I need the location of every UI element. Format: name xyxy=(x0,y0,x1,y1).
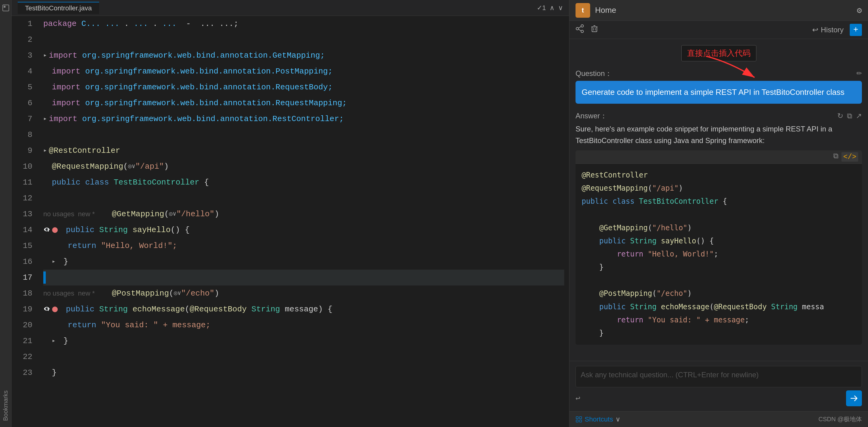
line-2: 2 xyxy=(11,32,32,48)
code-container: 1 2 3 4 5 6 7 8 9 10 11 12 13 14 15 16 1… xyxy=(11,16,569,427)
svg-rect-1 xyxy=(4,6,5,8)
up-icon[interactable]: ∧ xyxy=(550,4,555,12)
settings-icon[interactable]: ⚙ xyxy=(857,5,862,16)
line-20: 20 xyxy=(11,317,32,333)
undo-icon[interactable]: ↩ xyxy=(576,393,580,403)
refresh-icon[interactable]: ↻ xyxy=(837,112,843,120)
line-16: 16 xyxy=(11,254,32,270)
code-line-10: @RequestMapping(◎∨"/api") xyxy=(43,159,564,175)
code-line-14: 👁‍🗨 ⬤ public String sayHello() { xyxy=(43,222,564,238)
svg-line-5 xyxy=(579,27,581,28)
code-lines: package C... ... . ... . ... - ... ...; … xyxy=(38,16,569,427)
svg-point-2 xyxy=(581,25,584,27)
input-placeholder: Ask any technical question... (CTRL+Ente… xyxy=(581,371,759,379)
copy-code-icon[interactable]: ⧉ xyxy=(833,152,838,162)
line-15: 15 xyxy=(11,238,32,254)
send-button[interactable] xyxy=(846,390,862,406)
svg-rect-13 xyxy=(576,417,578,419)
csdn-label: CSDN @极地体 xyxy=(818,415,862,423)
line-7: 7 xyxy=(11,111,32,127)
question-input[interactable]: Ask any technical question... (CTRL+Ente… xyxy=(576,366,862,387)
code-line-6: import org.springframework.web.bind.anno… xyxy=(43,95,564,111)
input-toolbar: ↩ xyxy=(576,390,862,406)
copy-answer-icon[interactable]: ⧉ xyxy=(847,112,852,120)
history-label: History xyxy=(821,26,844,34)
svg-rect-16 xyxy=(580,420,582,422)
line-12: 12 xyxy=(11,190,32,206)
code-block-line-11: public String echoMessage(@RequestBody S… xyxy=(582,300,856,313)
trash-icon[interactable] xyxy=(590,24,599,35)
line-9: 9 xyxy=(11,143,32,159)
line-6: 6 xyxy=(11,95,32,111)
line-17: 17 xyxy=(11,270,32,285)
code-block-line-12: return "You said: " + message; xyxy=(582,313,856,327)
line-13: 13 xyxy=(11,206,32,222)
code-line-13: no usages new * @GetMapping(◎∨"/hello") xyxy=(43,206,564,222)
line-4: 4 xyxy=(11,63,32,79)
new-conversation-button[interactable]: + xyxy=(850,24,862,36)
panel-header: t Home ⚙ xyxy=(569,0,868,21)
answer-text: Sure, here's an example code snippet for… xyxy=(576,123,862,147)
code-line-1: package C... ... . ... . ... - ... ...; xyxy=(43,16,564,32)
code-line-15: return "Hello, World!"; xyxy=(43,238,564,254)
line-14: 14 xyxy=(11,222,32,238)
shortcuts-bar: Shortcuts ∨ CSDN @极地体 xyxy=(569,411,868,427)
svg-line-6 xyxy=(579,29,581,31)
shortcuts-chevron: ∨ xyxy=(616,416,620,423)
embed-code-icon[interactable]: </> xyxy=(841,152,858,162)
edit-question-icon[interactable]: ✏ xyxy=(857,69,862,78)
code-block-line-7: return "Hello, World!"; xyxy=(582,248,856,261)
editor-tab[interactable]: TestBitoController.java xyxy=(18,2,99,14)
shortcuts-text: Shortcuts xyxy=(585,416,613,423)
answer-label: Answer： ↻ ⧉ ↗ xyxy=(576,111,862,121)
svg-point-3 xyxy=(576,27,579,30)
check-mark-icon: ✓1 xyxy=(537,4,546,12)
share-icon[interactable] xyxy=(576,24,584,35)
shortcuts-grid-icon xyxy=(576,416,582,423)
code-line-20: return "You said: " + message; xyxy=(43,317,564,333)
code-block-line-4 xyxy=(582,208,856,221)
svg-point-4 xyxy=(581,30,584,33)
input-area: Ask any technical question... (CTRL+Ente… xyxy=(569,361,868,411)
code-line-19: 👁‍🗨 ⬤ public String echoMessage(@Request… xyxy=(43,301,564,317)
code-line-2 xyxy=(43,32,564,48)
project-icon[interactable] xyxy=(1,3,11,13)
code-line-16: ▸ } xyxy=(43,254,564,270)
share-answer-icon[interactable]: ↗ xyxy=(856,112,862,120)
shortcuts-label[interactable]: Shortcuts ∨ xyxy=(576,416,620,423)
down-icon[interactable]: ∨ xyxy=(558,4,563,12)
svg-rect-15 xyxy=(576,420,578,422)
code-block-header: ⧉ </> xyxy=(576,150,862,164)
history-button[interactable]: ↩ History xyxy=(812,26,844,34)
code-block-line-9 xyxy=(582,274,856,287)
code-block-line-2: @RequestMapping("/api") xyxy=(582,182,856,195)
answer-actions: ↻ ⧉ ↗ xyxy=(837,112,862,120)
editor-area: TestBitoController.java ✓1 ∧ ∨ 1 2 3 4 5… xyxy=(11,0,569,427)
line-23: 23 xyxy=(11,365,32,380)
line-21: 21 xyxy=(11,333,32,349)
svg-rect-14 xyxy=(580,417,582,419)
line-10: 10 xyxy=(11,159,32,175)
code-block-body: @RestController @RequestMapping("/api") … xyxy=(576,164,862,345)
code-line-7: ▸ import org.springframework.web.bind.an… xyxy=(43,111,564,127)
line-18: 18 xyxy=(11,285,32,301)
line-22: 22 xyxy=(11,349,32,365)
panel-title: Home xyxy=(595,5,616,15)
code-line-23: } xyxy=(43,365,564,380)
code-block-line-1: @RestController xyxy=(582,169,856,182)
bookmarks-label: Bookmarks xyxy=(2,390,9,421)
line-8: 8 xyxy=(11,127,32,143)
code-line-4: import org.springframework.web.bind.anno… xyxy=(43,63,564,79)
line-19: 19 xyxy=(11,301,32,317)
panel-logo: t xyxy=(576,3,590,18)
line-11: 11 xyxy=(11,175,32,190)
code-block-line-13: } xyxy=(582,327,856,340)
code-block-line-10: @PostMapping("/echo") xyxy=(582,287,856,300)
code-block-line-6: public String sayHello() { xyxy=(582,235,856,248)
panel-toolbar: ↩ History + xyxy=(569,21,868,39)
code-line-22 xyxy=(43,349,564,365)
code-line-9: ▸ @RestController xyxy=(43,143,564,159)
code-line-17 xyxy=(43,270,564,285)
code-line-5: import org.springframework.web.bind.anno… xyxy=(43,79,564,95)
answer-section: Answer： ↻ ⧉ ↗ Sure, here's an example co… xyxy=(576,109,862,345)
